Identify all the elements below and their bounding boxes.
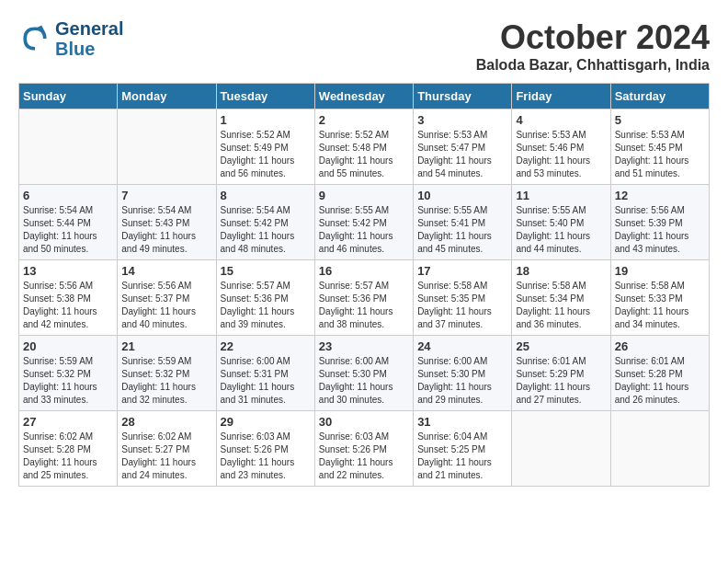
day-number: 4 [516,113,606,127]
day-info: Sunrise: 5:53 AMSunset: 5:45 PMDaylight:… [615,129,705,180]
calendar-cell: 6Sunrise: 5:54 AMSunset: 5:44 PMDaylight… [19,185,118,260]
day-number: 30 [319,415,409,429]
day-number: 22 [221,339,311,353]
calendar-cell: 31Sunrise: 6:04 AMSunset: 5:25 PMDayligh… [414,411,512,487]
calendar-cell: 29Sunrise: 6:03 AMSunset: 5:26 PMDayligh… [216,411,314,487]
day-info: Sunrise: 6:02 AMSunset: 5:27 PMDaylight:… [121,431,211,482]
calendar-cell: 15Sunrise: 5:57 AMSunset: 5:36 PMDayligh… [216,260,314,336]
logo-text: General Blue [55,18,123,59]
calendar-cell: 1Sunrise: 5:52 AMSunset: 5:49 PMDaylight… [216,109,314,185]
day-info: Sunrise: 5:52 AMSunset: 5:49 PMDaylight:… [221,129,311,180]
day-info: Sunrise: 5:54 AMSunset: 5:43 PMDaylight:… [121,204,211,256]
day-number: 6 [23,189,113,202]
calendar-cell [19,109,118,185]
day-info: Sunrise: 5:54 AMSunset: 5:44 PMDaylight:… [23,204,113,256]
day-number: 10 [417,189,507,202]
day-number: 7 [121,189,211,202]
day-info: Sunrise: 6:02 AMSunset: 5:28 PMDaylight:… [23,431,113,482]
calendar-table: SundayMondayTuesdayWednesdayThursdayFrid… [18,83,710,487]
day-number: 23 [319,339,409,353]
day-number: 2 [319,113,409,127]
day-number: 19 [615,264,705,278]
weekday-header-friday: Friday [512,84,610,109]
weekday-header-saturday: Saturday [610,84,709,109]
day-info: Sunrise: 6:01 AMSunset: 5:28 PMDaylight:… [615,355,705,407]
day-number: 28 [121,415,211,429]
day-info: Sunrise: 5:53 AMSunset: 5:46 PMDaylight:… [516,129,606,180]
calendar-cell: 16Sunrise: 5:57 AMSunset: 5:36 PMDayligh… [314,260,413,336]
day-info: Sunrise: 5:55 AMSunset: 5:40 PMDaylight:… [516,204,606,256]
logo: General Blue [18,18,123,59]
weekday-header-tuesday: Tuesday [216,84,314,109]
calendar-cell: 28Sunrise: 6:02 AMSunset: 5:27 PMDayligh… [118,411,216,487]
weekday-header-sunday: Sunday [19,84,118,109]
day-number: 29 [221,415,311,429]
calendar-cell: 21Sunrise: 5:59 AMSunset: 5:32 PMDayligh… [118,336,216,411]
day-number: 3 [417,113,507,127]
day-number: 15 [221,264,311,278]
day-info: Sunrise: 5:58 AMSunset: 5:35 PMDaylight:… [417,280,507,331]
calendar-cell: 14Sunrise: 5:56 AMSunset: 5:37 PMDayligh… [118,260,216,336]
calendar-cell: 23Sunrise: 6:00 AMSunset: 5:30 PMDayligh… [314,336,413,411]
day-info: Sunrise: 5:59 AMSunset: 5:32 PMDaylight:… [121,355,211,407]
day-number: 13 [23,264,113,278]
day-number: 1 [221,113,311,127]
calendar-cell: 26Sunrise: 6:01 AMSunset: 5:28 PMDayligh… [610,336,709,411]
day-info: Sunrise: 6:00 AMSunset: 5:30 PMDaylight:… [319,355,409,407]
calendar-cell: 10Sunrise: 5:55 AMSunset: 5:41 PMDayligh… [414,185,512,260]
day-info: Sunrise: 6:01 AMSunset: 5:29 PMDaylight:… [516,355,606,407]
calendar-cell [610,411,709,487]
day-number: 31 [417,415,507,429]
calendar-cell: 24Sunrise: 6:00 AMSunset: 5:30 PMDayligh… [414,336,512,411]
day-info: Sunrise: 5:59 AMSunset: 5:32 PMDaylight:… [23,355,113,407]
day-info: Sunrise: 5:57 AMSunset: 5:36 PMDaylight:… [221,280,311,331]
day-number: 24 [417,339,507,353]
day-number: 14 [121,264,211,278]
location-title: Baloda Bazar, Chhattisgarh, India [476,57,710,74]
calendar-cell: 8Sunrise: 5:54 AMSunset: 5:42 PMDaylight… [216,185,314,260]
day-info: Sunrise: 5:52 AMSunset: 5:48 PMDaylight:… [319,129,409,180]
day-number: 25 [516,339,606,353]
day-info: Sunrise: 5:56 AMSunset: 5:38 PMDaylight:… [23,280,113,331]
title-block: October 2024 Baloda Bazar, Chhattisgarh,… [476,18,710,74]
calendar-cell: 2Sunrise: 5:52 AMSunset: 5:48 PMDaylight… [314,109,413,185]
day-info: Sunrise: 5:55 AMSunset: 5:42 PMDaylight:… [319,204,409,256]
page-header: General Blue October 2024 Baloda Bazar, … [18,18,710,74]
day-number: 21 [121,339,211,353]
calendar-cell: 27Sunrise: 6:02 AMSunset: 5:28 PMDayligh… [19,411,118,487]
calendar-cell: 11Sunrise: 5:55 AMSunset: 5:40 PMDayligh… [512,185,610,260]
day-info: Sunrise: 5:56 AMSunset: 5:37 PMDaylight:… [121,280,211,331]
day-info: Sunrise: 6:00 AMSunset: 5:30 PMDaylight:… [417,355,507,407]
day-info: Sunrise: 6:04 AMSunset: 5:25 PMDaylight:… [417,431,507,482]
day-number: 5 [615,113,705,127]
day-info: Sunrise: 6:03 AMSunset: 5:26 PMDaylight:… [221,431,311,482]
calendar-cell: 18Sunrise: 5:58 AMSunset: 5:34 PMDayligh… [512,260,610,336]
calendar-cell: 17Sunrise: 5:58 AMSunset: 5:35 PMDayligh… [414,260,512,336]
calendar-cell: 25Sunrise: 6:01 AMSunset: 5:29 PMDayligh… [512,336,610,411]
calendar-cell: 5Sunrise: 5:53 AMSunset: 5:45 PMDaylight… [610,109,709,185]
calendar-cell [512,411,610,487]
calendar-cell: 30Sunrise: 6:03 AMSunset: 5:26 PMDayligh… [314,411,413,487]
day-info: Sunrise: 5:58 AMSunset: 5:33 PMDaylight:… [615,280,705,331]
day-info: Sunrise: 5:54 AMSunset: 5:42 PMDaylight:… [221,204,311,256]
day-info: Sunrise: 5:55 AMSunset: 5:41 PMDaylight:… [417,204,507,256]
calendar-cell [118,109,216,185]
day-info: Sunrise: 5:56 AMSunset: 5:39 PMDaylight:… [615,204,705,256]
weekday-header-monday: Monday [118,84,216,109]
logo-icon [18,22,51,55]
day-number: 9 [319,189,409,202]
calendar-cell: 7Sunrise: 5:54 AMSunset: 5:43 PMDaylight… [118,185,216,260]
day-number: 17 [417,264,507,278]
weekday-header-thursday: Thursday [414,84,512,109]
day-number: 8 [221,189,311,202]
day-info: Sunrise: 5:58 AMSunset: 5:34 PMDaylight:… [516,280,606,331]
day-number: 26 [615,339,705,353]
calendar-cell: 12Sunrise: 5:56 AMSunset: 5:39 PMDayligh… [610,185,709,260]
day-number: 16 [319,264,409,278]
day-number: 27 [23,415,113,429]
calendar-cell: 4Sunrise: 5:53 AMSunset: 5:46 PMDaylight… [512,109,610,185]
month-title: October 2024 [476,18,710,57]
calendar-cell: 13Sunrise: 5:56 AMSunset: 5:38 PMDayligh… [19,260,118,336]
calendar-cell: 22Sunrise: 6:00 AMSunset: 5:31 PMDayligh… [216,336,314,411]
day-number: 11 [516,189,606,202]
